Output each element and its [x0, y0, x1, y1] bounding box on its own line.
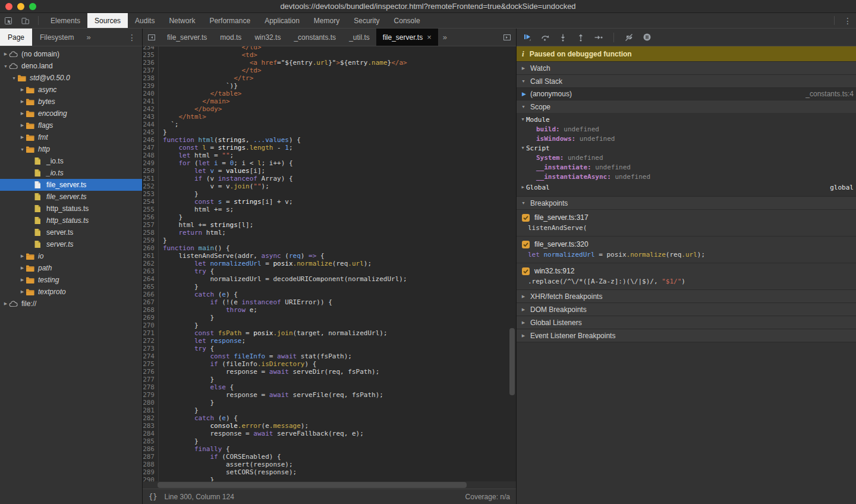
editor-tab-win32-ts[interactable]: win32.ts	[248, 29, 287, 46]
line-number[interactable]: 274	[143, 352, 159, 360]
horizontal-scrollbar[interactable]	[143, 481, 516, 489]
section-header-event-listener-breakpoints[interactable]: ▶Event Listener Breakpoints	[517, 329, 856, 342]
line-number[interactable]: 239	[143, 82, 159, 90]
expand-section-icon[interactable]: ▶	[520, 320, 527, 325]
tree-expand-icon[interactable]: ▶	[19, 254, 26, 259]
line-number[interactable]: 289	[143, 468, 159, 476]
editor-tab-file-server-ts[interactable]: file_server.ts	[160, 29, 213, 46]
line-number[interactable]: 253	[143, 190, 159, 198]
tree-expand-icon[interactable]: ▶	[19, 99, 26, 104]
tree-item-std-v0-50-0[interactable]: ▼std@v0.50.0	[0, 72, 142, 84]
tree-item-fmt[interactable]: ▶fmt	[0, 131, 142, 143]
main-tab-performance[interactable]: Performance	[202, 13, 257, 28]
line-number[interactable]: 242	[143, 105, 159, 113]
section-header-call-stack[interactable]: ▼Call Stack	[517, 74, 856, 87]
line-number[interactable]: 256	[143, 213, 159, 221]
section-header-dom-breakpoints[interactable]: ▶DOM Breakpoints	[517, 303, 856, 316]
tree-item-file-server-ts[interactable]: file_server.ts	[0, 179, 142, 191]
line-number[interactable]: 268	[143, 306, 159, 314]
device-toolbar-icon[interactable]	[17, 13, 33, 28]
line-number[interactable]: 252	[143, 182, 159, 190]
hide-navigator-icon[interactable]	[143, 29, 160, 46]
section-header-watch[interactable]: ▶Watch	[517, 61, 856, 74]
tree-item-io[interactable]: ▶io	[0, 250, 142, 262]
deactivate-breakpoints-icon[interactable]	[623, 32, 635, 43]
breakpoint-checkbox[interactable]	[522, 267, 530, 275]
line-number[interactable]: 248	[143, 152, 159, 159]
line-number[interactable]: 282	[143, 414, 159, 422]
main-tab-audits[interactable]: Audits	[128, 13, 162, 28]
collapse-section-icon[interactable]: ▼	[520, 105, 527, 109]
editor-tab-constants-ts[interactable]: _constants.ts	[287, 29, 342, 46]
navigator-overflow-icon[interactable]: »	[81, 29, 95, 46]
line-number[interactable]: 264	[143, 275, 159, 283]
line-number[interactable]: 249	[143, 159, 159, 167]
pause-on-exceptions-icon[interactable]	[641, 32, 653, 43]
scope-group-script[interactable]: ▼Script	[517, 143, 856, 153]
breakpoint-location[interactable]: win32.ts:912	[534, 267, 574, 275]
line-number[interactable]: 271	[143, 329, 159, 337]
line-number[interactable]: 259	[143, 237, 159, 244]
tree-item-flags[interactable]: ▶flags	[0, 119, 142, 131]
line-number[interactable]: 277	[143, 376, 159, 383]
expand-scope-icon[interactable]: ▶	[520, 185, 526, 190]
step-out-icon[interactable]	[575, 32, 587, 43]
vertical-scrollbar[interactable]	[509, 328, 515, 395]
tree-item-server-ts[interactable]: server.ts	[0, 226, 142, 238]
editor-tab-file-server-ts[interactable]: file_server.ts×	[376, 29, 438, 46]
line-number[interactable]: 250	[143, 167, 159, 175]
minimize-window-button[interactable]	[17, 3, 24, 10]
tree-item-io-ts[interactable]: _io.ts	[0, 167, 142, 179]
tree-expand-icon[interactable]: ▶	[19, 135, 26, 140]
main-tab-elements[interactable]: Elements	[43, 13, 87, 28]
editor-tab-util-ts[interactable]: _util.ts	[342, 29, 376, 46]
line-number[interactable]: 263	[143, 267, 159, 275]
tree-expand-icon[interactable]: ▶	[2, 52, 9, 56]
zoom-window-button[interactable]	[29, 3, 36, 10]
main-tab-sources[interactable]: Sources	[87, 13, 128, 28]
tree-item-encoding[interactable]: ▶encoding	[0, 108, 142, 119]
line-number[interactable]: 283	[143, 422, 159, 430]
main-tab-security[interactable]: Security	[347, 13, 386, 28]
tree-item-no-domain[interactable]: ▶(no domain)	[0, 48, 142, 60]
expand-section-icon[interactable]: ▶	[520, 333, 527, 338]
line-number[interactable]: 235	[143, 51, 159, 59]
scope-property[interactable]: System: undefined	[517, 153, 856, 162]
tree-item-file-server-ts[interactable]: file_server.ts	[0, 191, 142, 203]
navigator-tab-filesystem[interactable]: Filesystem	[32, 29, 81, 46]
breakpoint-location[interactable]: file_server.ts:317	[534, 213, 588, 222]
line-number[interactable]: 236	[143, 59, 159, 67]
line-number[interactable]: 278	[143, 383, 159, 391]
scope-property[interactable]: isWindows: undefined	[517, 134, 856, 143]
line-number[interactable]: 280	[143, 399, 159, 407]
breakpoint-snippet[interactable]: listenAndServe(	[517, 223, 856, 232]
tree-collapse-icon[interactable]: ▼	[2, 64, 9, 68]
navigator-tab-page[interactable]: Page	[0, 29, 32, 46]
line-number[interactable]: 267	[143, 298, 159, 306]
pretty-print-icon[interactable]: {}	[149, 493, 157, 501]
line-number[interactable]: 270	[143, 322, 159, 329]
tree-item-textproto[interactable]: ▶textproto	[0, 286, 142, 298]
tree-collapse-icon[interactable]: ▼	[19, 147, 26, 152]
section-header-global-listeners[interactable]: ▶Global Listeners	[517, 316, 856, 329]
navigator-more-icon[interactable]: ⋮	[122, 29, 142, 46]
collapse-section-icon[interactable]: ▼	[520, 201, 527, 205]
editor-tab-mod-ts[interactable]: mod.ts	[213, 29, 248, 46]
tree-collapse-icon[interactable]: ▼	[11, 76, 17, 80]
section-header-xhr-fetch-breakpoints[interactable]: ▶XHR/fetch Breakpoints	[517, 289, 856, 303]
step-over-icon[interactable]	[539, 32, 551, 43]
line-number[interactable]: 262	[143, 260, 159, 267]
tree-item-http[interactable]: ▼http	[0, 143, 142, 155]
main-tab-console[interactable]: Console	[387, 13, 427, 28]
expand-section-icon[interactable]: ▶	[520, 307, 527, 312]
main-tab-memory[interactable]: Memory	[307, 13, 347, 28]
line-number[interactable]: 244	[143, 121, 159, 128]
line-number[interactable]: 243	[143, 113, 159, 121]
line-number[interactable]: 240	[143, 90, 159, 97]
horizontal-scrollbar-thumb[interactable]	[158, 482, 467, 488]
line-number[interactable]: 265	[143, 283, 159, 291]
line-number[interactable]: 258	[143, 229, 159, 237]
frame-location[interactable]: _constants.ts:4	[805, 90, 854, 98]
resume-icon[interactable]	[521, 32, 533, 43]
scope-property[interactable]: __instantiate: undefined	[517, 162, 856, 172]
